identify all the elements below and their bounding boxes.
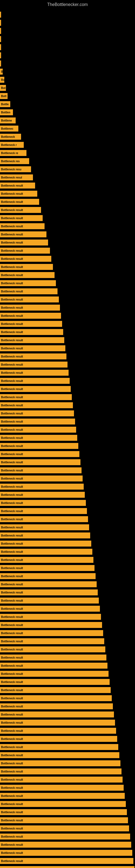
bar: Bottleneck result [0,443,78,449]
bar-label: Bottleneck result [1,664,23,667]
bar: Bottleneck re [0,150,27,156]
bar-label: Bottleneck result [1,200,23,204]
bar-row: Bot [0,84,135,92]
bar-row: Bottleneck result [0,776,135,783]
bar-row: Bottleneck result [0,768,135,775]
bar-label: Bottleneck result [1,477,23,480]
bar-label: Bottleneck result [1,795,23,798]
bar-row: Bott [0,92,135,100]
bar: Bottleneck result [0,769,122,774]
bar: Bottle [0,101,10,107]
bar: Bottleneck result [0,573,96,579]
bar: Bottleneck [0,134,21,140]
bar-row: Bottleneck result [0,255,135,262]
bar-row: Bottleneck result [0,230,135,238]
bar: Bottleneck result [0,801,126,807]
bar-label: Bottleneck result [1,192,23,195]
bar: Bottleneck result [0,589,98,595]
bar-row: Bottleneck result [0,239,135,246]
bar-label: Bottleneck result [1,526,23,529]
bar-label: Bottleneck result [1,290,23,293]
bar: Bottleneck result [0,191,37,197]
bar-row: Bottleneck result [0,719,135,726]
bar: Bottleneck result [0,614,101,620]
bar-label: Bottleneck result [1,444,23,447]
bar-label: Bottleneck res [1,160,20,163]
bar-row: Bottleneck result [0,296,135,303]
bar-row: Bottleneck result [0,344,135,352]
bar-row [0,52,135,59]
bar: Bottleneck result [0,752,119,758]
bar: Bottleneck result [0,435,77,441]
bar-label: Bottleneck result [1,436,23,439]
bar-row: Bottleneck result [0,629,135,637]
bar-label: Bottleneck result [1,640,23,643]
bar: Bottleneck result [0,240,48,246]
bar-row: Bottlene [0,117,135,124]
bar-row: Bottleneck resu [0,165,135,173]
bar-label: Bottleneck result [1,550,23,553]
site-header: TheBottlenecker.com [0,0,135,8]
bar-label: Bottleneck result [1,501,23,504]
bar-row: Bottleneck result [0,271,135,279]
bar: Bottleneck result [0,606,100,612]
bar-row: Bottleneck result [0,206,135,214]
bar: Bottleneck result [0,703,113,709]
bar-row: Bottleneck res [0,157,135,165]
bar-row: Bottleneck result [0,418,135,425]
bar: Bottleneck result [0,728,116,734]
bar-label: Bottleneck result [1,428,23,431]
bar-row [0,43,135,51]
bar-row: Bottleneck result [0,369,135,376]
bar: Bottleneck result [0,183,35,188]
bar [0,20,1,26]
bar-row: Bottleneck result [0,800,135,808]
bar-label: Bottleneck result [1,518,23,521]
bar-row: Bottleneck result [0,214,135,222]
bar-label: Bottleneck result [1,713,23,716]
bar-row: Bottleneck result [0,182,135,189]
bar-row: Bottleneck result [0,581,135,588]
bar-label: Bottleneck resu [1,168,21,171]
bar: Bot [0,85,6,91]
bar-row: Bottleneck result [0,556,135,564]
bar-row [0,19,135,27]
bar-label: Bottleneck result [1,379,23,382]
bar-row: Bottleneck result [0,572,135,580]
bar-row: Bottleneck result [0,475,135,482]
bar: Bottleneck result [0,663,107,669]
bar: Bottleneck result [0,329,63,335]
bar-row: Bottleneck result [0,361,135,368]
bar-label: Bottleneck result [1,420,23,423]
bar: Bottleneck result [0,532,90,538]
bar-label: Bottlenec [1,127,13,130]
bar-label: Bottleneck result [1,257,23,260]
bar: Bottleneck result [0,427,76,433]
bar-row: Bottleneck result [0,857,135,865]
bar-row: Bottleneck result [0,263,135,271]
bar-label: Bottleneck result [1,534,23,537]
bar: Bottleneck result [0,378,70,384]
bar-row: Bottleneck result [0,532,135,539]
bar [0,28,1,34]
bar: Bottleneck result [0,793,125,799]
bar: Bottleneck result [0,386,71,392]
bar-row: Bottleneck result [0,385,135,393]
bar-label: Bottleneck result [1,746,23,749]
bar: Bottleneck result [0,695,112,701]
bar-label: Bottleneck result [1,786,23,789]
bar-label: Bottleneck result [1,705,23,708]
bar: Bottleneck result [0,500,86,506]
bar-label: Bottleneck result [1,827,23,830]
bar: B [0,69,3,74]
bar: Bottleneck result [0,215,43,221]
bar-row: Bottleneck result [0,816,135,824]
bar [0,44,1,50]
bar: Bottleneck result [0,630,103,636]
bar-label: Bottleneck result [1,567,23,569]
bar-row: Bottleneck result [0,784,135,792]
bar-label: Bottlen [1,111,10,114]
bar-row: Bottleneck result [0,613,135,621]
bar-label: Bottleneck result [1,209,23,212]
bar-label: Bottleneck result [1,363,23,366]
